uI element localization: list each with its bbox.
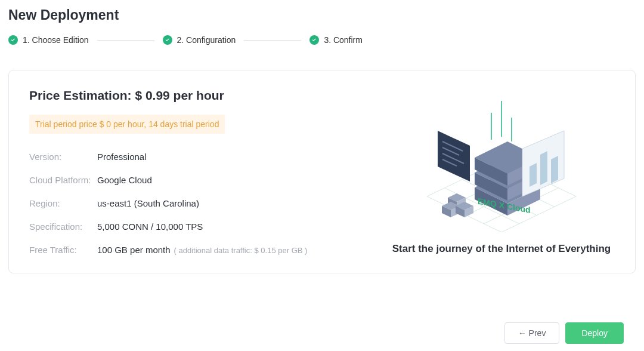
step-label: 2. Configuration [177,35,236,45]
check-icon [163,35,172,45]
svg-marker-16 [540,151,547,185]
row-region: Region: us-east1 (South Carolina) [29,198,376,208]
price-estimation: Price Estimation: $ 0.99 per hour [29,88,376,103]
row-free-traffic: Free Traffic: 100 GB per month ( additio… [29,245,376,255]
step-divider [97,40,154,41]
row-version: Version: Professional [29,152,376,162]
summary-panel: Price Estimation: $ 0.99 per hour Trial … [29,88,376,255]
page-title: New Deployment [8,7,636,23]
spec-label: Free Traffic: [29,245,97,255]
spec-label: Version: [29,152,97,162]
row-specification: Specification: 5,000 CONN / 10,000 TPS [29,221,376,232]
deploy-button[interactable]: Deploy [565,322,624,344]
svg-marker-15 [530,163,537,187]
spec-value: Professional [97,152,147,162]
step-label: 3. Confirm [324,35,363,45]
prev-button[interactable]: ← Prev [504,322,560,344]
svg-marker-17 [551,156,558,183]
step-indicator: 1. Choose Edition 2. Configuration 3. Co… [8,35,636,45]
row-cloud-platform: Cloud Platform: Google Cloud [29,175,376,185]
svg-marker-9 [438,131,470,181]
footer-actions: ← Prev Deploy [504,322,624,344]
step-configuration: 2. Configuration [163,35,236,45]
tagline: Start the journey of the Internet of Eve… [392,243,611,255]
step-divider [244,40,301,41]
spec-value: us-east1 (South Carolina) [97,198,199,208]
step-label: 1. Choose Edition [23,35,89,45]
trial-badge: Trial period price $ 0 per hour, 14 days… [29,115,225,134]
spec-label: Specification: [29,221,97,232]
confirmation-card: Price Estimation: $ 0.99 per hour Trial … [8,70,636,273]
check-icon [309,35,319,45]
step-choose-edition: 1. Choose Edition [8,35,89,45]
spec-label: Region: [29,198,97,208]
step-confirm: 3. Confirm [309,35,363,45]
spec-value: 100 GB per month [97,245,171,255]
check-icon [8,35,18,45]
spec-value: 5,000 CONN / 10,000 TPS [97,221,203,232]
cloud-illustration: EMQ X Cloud [415,95,588,232]
promo-panel: EMQ X Cloud Start the journey of the Int… [388,88,615,255]
spec-extra: ( additional data traffic: $ 0.15 per GB… [174,246,308,255]
spec-value: Google Cloud [97,175,152,185]
spec-label: Cloud Platform: [29,175,97,185]
